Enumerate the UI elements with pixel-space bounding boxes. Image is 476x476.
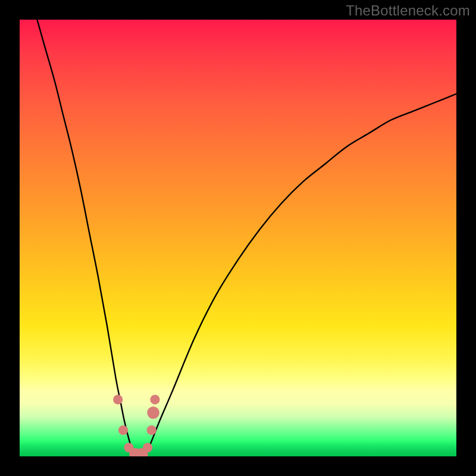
marker-dot xyxy=(150,395,159,405)
curve-markers xyxy=(113,395,159,457)
bottleneck-curve xyxy=(37,20,456,456)
marker-dot xyxy=(147,406,159,419)
marker-dot xyxy=(147,425,156,435)
curve-layer xyxy=(20,20,456,456)
marker-dot xyxy=(118,425,128,435)
marker-dot xyxy=(143,443,152,452)
watermark-text: TheBottleneck.com xyxy=(346,2,470,19)
marker-dot xyxy=(113,395,123,405)
chart-frame: TheBottleneck.com xyxy=(0,0,476,476)
plot-area xyxy=(20,20,456,456)
